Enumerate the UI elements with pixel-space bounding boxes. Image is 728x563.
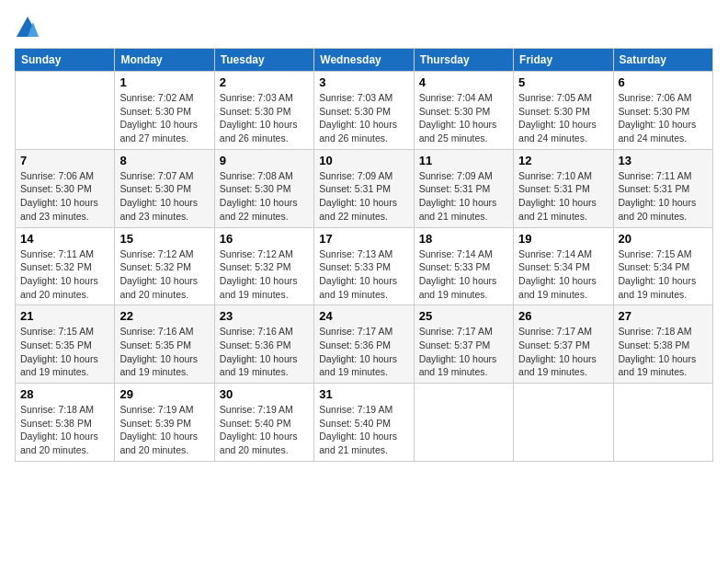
day-info: Sunrise: 7:15 AM Sunset: 5:34 PM Dayligh… (619, 247, 708, 302)
calendar-cell: 22Sunrise: 7:16 AM Sunset: 5:35 PM Dayli… (115, 305, 214, 384)
calendar-cell: 7Sunrise: 7:06 AM Sunset: 5:30 PM Daylig… (16, 149, 115, 227)
day-number: 24 (319, 309, 408, 323)
logo (15, 15, 42, 40)
calendar-cell: 12Sunrise: 7:10 AM Sunset: 5:31 PM Dayli… (514, 149, 613, 227)
calendar-cell: 25Sunrise: 7:17 AM Sunset: 5:37 PM Dayli… (414, 305, 513, 384)
day-info: Sunrise: 7:17 AM Sunset: 5:37 PM Dayligh… (518, 325, 608, 379)
day-number: 9 (220, 154, 309, 167)
header-saturday: Saturday (613, 49, 712, 72)
calendar-cell: 1Sunrise: 7:02 AM Sunset: 5:30 PM Daylig… (115, 72, 214, 150)
calendar-cell: 16Sunrise: 7:12 AM Sunset: 5:32 PM Dayli… (214, 227, 313, 305)
header-wednesday: Wednesday (314, 49, 414, 72)
calendar-cell: 27Sunrise: 7:18 AM Sunset: 5:38 PM Dayli… (613, 305, 712, 384)
calendar-cell: 20Sunrise: 7:15 AM Sunset: 5:34 PM Dayli… (613, 227, 712, 305)
day-number: 31 (319, 387, 408, 401)
calendar-cell: 13Sunrise: 7:11 AM Sunset: 5:31 PM Dayli… (613, 149, 712, 227)
calendar-cell: 31Sunrise: 7:19 AM Sunset: 5:40 PM Dayli… (314, 384, 414, 462)
day-info: Sunrise: 7:08 AM Sunset: 5:30 PM Dayligh… (220, 169, 309, 224)
calendar-cell: 26Sunrise: 7:17 AM Sunset: 5:37 PM Dayli… (514, 305, 613, 384)
day-number: 5 (518, 75, 608, 89)
calendar-cell (613, 384, 712, 462)
day-number: 18 (419, 232, 508, 246)
day-info: Sunrise: 7:07 AM Sunset: 5:30 PM Dayligh… (119, 169, 209, 224)
day-number: 26 (518, 309, 608, 323)
calendar-cell: 6Sunrise: 7:06 AM Sunset: 5:30 PM Daylig… (613, 72, 712, 150)
calendar-cell: 24Sunrise: 7:17 AM Sunset: 5:36 PM Dayli… (314, 305, 414, 384)
day-info: Sunrise: 7:03 AM Sunset: 5:30 PM Dayligh… (319, 91, 408, 145)
page-header (15, 15, 713, 40)
day-number: 4 (419, 75, 508, 89)
day-info: Sunrise: 7:09 AM Sunset: 5:31 PM Dayligh… (419, 169, 508, 224)
calendar-week-4: 21Sunrise: 7:15 AM Sunset: 5:35 PM Dayli… (16, 305, 713, 384)
day-info: Sunrise: 7:14 AM Sunset: 5:34 PM Dayligh… (518, 247, 608, 302)
day-number: 27 (619, 309, 708, 323)
calendar-week-3: 14Sunrise: 7:11 AM Sunset: 5:32 PM Dayli… (16, 227, 713, 305)
calendar-cell: 11Sunrise: 7:09 AM Sunset: 5:31 PM Dayli… (414, 149, 513, 227)
calendar-week-2: 7Sunrise: 7:06 AM Sunset: 5:30 PM Daylig… (16, 149, 713, 227)
day-number: 6 (619, 75, 708, 89)
day-number: 11 (419, 154, 508, 167)
day-number: 19 (518, 232, 608, 246)
day-info: Sunrise: 7:09 AM Sunset: 5:31 PM Dayligh… (319, 169, 408, 224)
day-info: Sunrise: 7:11 AM Sunset: 5:31 PM Dayligh… (619, 169, 708, 224)
day-number: 28 (20, 387, 109, 401)
day-number: 20 (619, 232, 708, 246)
day-info: Sunrise: 7:10 AM Sunset: 5:31 PM Dayligh… (518, 169, 608, 224)
day-number: 13 (619, 154, 708, 167)
calendar-cell: 5Sunrise: 7:05 AM Sunset: 5:30 PM Daylig… (514, 72, 613, 150)
calendar-cell: 23Sunrise: 7:16 AM Sunset: 5:36 PM Dayli… (214, 305, 313, 384)
header-thursday: Thursday (414, 49, 513, 72)
day-info: Sunrise: 7:16 AM Sunset: 5:36 PM Dayligh… (220, 325, 309, 379)
day-info: Sunrise: 7:06 AM Sunset: 5:30 PM Dayligh… (619, 91, 708, 145)
calendar-table: SundayMondayTuesdayWednesdayThursdayFrid… (15, 48, 713, 462)
calendar-week-5: 28Sunrise: 7:18 AM Sunset: 5:38 PM Dayli… (16, 384, 713, 462)
day-info: Sunrise: 7:14 AM Sunset: 5:33 PM Dayligh… (419, 247, 508, 302)
day-info: Sunrise: 7:05 AM Sunset: 5:30 PM Dayligh… (518, 91, 608, 145)
day-number: 29 (119, 387, 209, 401)
day-info: Sunrise: 7:11 AM Sunset: 5:32 PM Dayligh… (20, 247, 109, 302)
day-info: Sunrise: 7:12 AM Sunset: 5:32 PM Dayligh… (220, 247, 309, 302)
calendar-cell: 30Sunrise: 7:19 AM Sunset: 5:40 PM Dayli… (214, 384, 313, 462)
day-info: Sunrise: 7:04 AM Sunset: 5:30 PM Dayligh… (419, 91, 508, 145)
day-number: 14 (20, 232, 109, 246)
day-number: 22 (119, 309, 209, 323)
calendar-cell (16, 72, 115, 150)
calendar-header-row: SundayMondayTuesdayWednesdayThursdayFrid… (16, 49, 713, 72)
day-info: Sunrise: 7:13 AM Sunset: 5:33 PM Dayligh… (319, 247, 408, 302)
header-tuesday: Tuesday (214, 49, 313, 72)
calendar-cell: 29Sunrise: 7:19 AM Sunset: 5:39 PM Dayli… (115, 384, 214, 462)
day-info: Sunrise: 7:02 AM Sunset: 5:30 PM Dayligh… (119, 91, 209, 145)
header-sunday: Sunday (16, 49, 115, 72)
day-number: 10 (319, 154, 408, 167)
day-info: Sunrise: 7:19 AM Sunset: 5:39 PM Dayligh… (119, 403, 209, 457)
calendar-cell: 4Sunrise: 7:04 AM Sunset: 5:30 PM Daylig… (414, 72, 513, 150)
calendar-cell (414, 384, 513, 462)
day-number: 16 (220, 232, 309, 246)
day-info: Sunrise: 7:03 AM Sunset: 5:30 PM Dayligh… (220, 91, 309, 145)
day-number: 12 (518, 154, 608, 167)
calendar-cell: 3Sunrise: 7:03 AM Sunset: 5:30 PM Daylig… (314, 72, 414, 150)
day-info: Sunrise: 7:15 AM Sunset: 5:35 PM Dayligh… (20, 325, 109, 379)
day-number: 25 (419, 309, 508, 323)
day-info: Sunrise: 7:17 AM Sunset: 5:36 PM Dayligh… (319, 325, 408, 379)
day-info: Sunrise: 7:06 AM Sunset: 5:30 PM Dayligh… (20, 169, 109, 224)
day-info: Sunrise: 7:19 AM Sunset: 5:40 PM Dayligh… (220, 403, 309, 457)
calendar-cell: 14Sunrise: 7:11 AM Sunset: 5:32 PM Dayli… (16, 227, 115, 305)
calendar-cell: 19Sunrise: 7:14 AM Sunset: 5:34 PM Dayli… (514, 227, 613, 305)
calendar-cell: 2Sunrise: 7:03 AM Sunset: 5:30 PM Daylig… (214, 72, 313, 150)
day-number: 17 (319, 232, 408, 246)
calendar-cell: 17Sunrise: 7:13 AM Sunset: 5:33 PM Dayli… (314, 227, 414, 305)
day-number: 7 (20, 154, 109, 167)
day-number: 23 (220, 309, 309, 323)
day-number: 2 (220, 75, 309, 89)
header-friday: Friday (514, 49, 613, 72)
calendar-cell: 10Sunrise: 7:09 AM Sunset: 5:31 PM Dayli… (314, 149, 414, 227)
calendar-cell (514, 384, 613, 462)
calendar-cell: 8Sunrise: 7:07 AM Sunset: 5:30 PM Daylig… (115, 149, 214, 227)
header-monday: Monday (115, 49, 214, 72)
logo-icon (15, 15, 40, 40)
calendar-cell: 15Sunrise: 7:12 AM Sunset: 5:32 PM Dayli… (115, 227, 214, 305)
calendar-cell: 28Sunrise: 7:18 AM Sunset: 5:38 PM Dayli… (16, 384, 115, 462)
day-info: Sunrise: 7:19 AM Sunset: 5:40 PM Dayligh… (319, 403, 408, 457)
calendar-week-1: 1Sunrise: 7:02 AM Sunset: 5:30 PM Daylig… (16, 72, 713, 150)
